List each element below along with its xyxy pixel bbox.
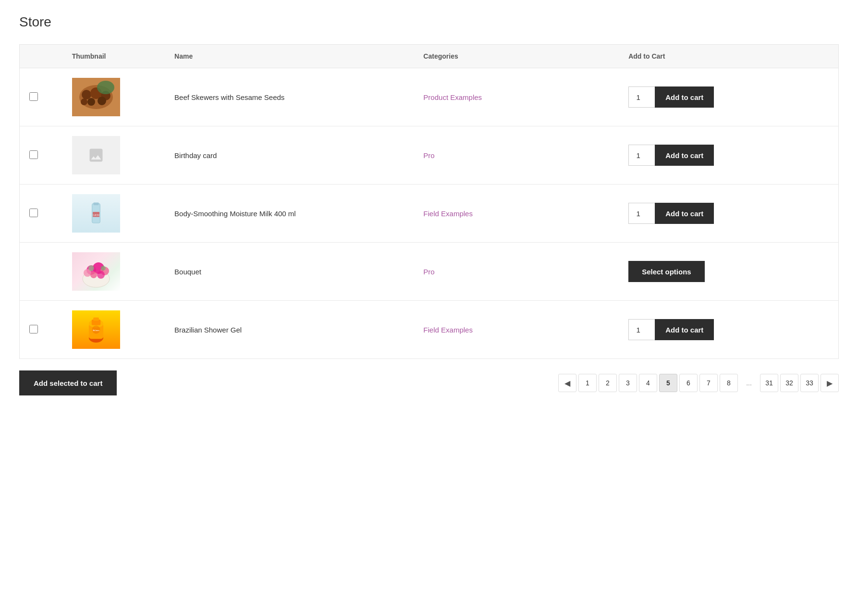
page-title: Store bbox=[19, 14, 839, 30]
add-to-cart-button[interactable]: Add to cart bbox=[655, 203, 714, 224]
pagination-page-4[interactable]: 4 bbox=[639, 374, 657, 392]
col-header-categories: Categories bbox=[414, 45, 619, 68]
product-category[interactable]: Product Examples bbox=[414, 68, 619, 126]
col-header-add-to-cart: Add to Cart bbox=[619, 45, 838, 68]
add-to-cart-cell: Add to cart bbox=[619, 126, 838, 185]
product-thumbnail: CLARINS bbox=[72, 194, 120, 233]
pagination-ellipsis: ... bbox=[740, 374, 758, 392]
product-thumbnail bbox=[72, 78, 120, 116]
bottom-bar: Add selected to cart ◀12345678...313233▶ bbox=[19, 359, 839, 403]
add-to-cart-cell: Select options bbox=[619, 243, 838, 301]
add-to-cart-group: Add to cart bbox=[628, 203, 829, 224]
store-table: Thumbnail Name Categories Add to Cart Be… bbox=[19, 44, 839, 359]
pagination-page-32[interactable]: 32 bbox=[780, 374, 798, 392]
select-options-button[interactable]: Select options bbox=[628, 261, 705, 282]
add-to-cart-cell: Add to cart bbox=[619, 185, 838, 243]
svg-point-7 bbox=[81, 99, 87, 105]
thumbnail-cell bbox=[62, 68, 165, 126]
svg-text:CLARINS: CLARINS bbox=[92, 214, 100, 216]
row-checkbox[interactable] bbox=[29, 150, 38, 159]
col-header-name: Name bbox=[165, 45, 414, 68]
thumbnail-cell bbox=[62, 126, 165, 185]
pagination-page-33[interactable]: 33 bbox=[800, 374, 819, 392]
svg-text:St.Ives: St.Ives bbox=[93, 329, 99, 332]
pagination-page-3[interactable]: 3 bbox=[619, 374, 637, 392]
thumbnail-cell: St.Ives bbox=[62, 301, 165, 359]
product-name: Body-Smoothing Moisture Milk 400 ml bbox=[165, 185, 414, 243]
quantity-input[interactable] bbox=[628, 319, 655, 340]
product-name: Birthday card bbox=[165, 126, 414, 185]
svg-rect-10 bbox=[93, 202, 98, 205]
add-selected-to-cart-button[interactable]: Add selected to cart bbox=[19, 370, 117, 395]
add-to-cart-button[interactable]: Add to cart bbox=[655, 86, 714, 108]
table-row: Beef Skewers with Sesame SeedsProduct Ex… bbox=[20, 68, 839, 126]
category-link[interactable]: Pro bbox=[423, 151, 434, 160]
add-to-cart-button[interactable]: Add to cart bbox=[655, 319, 714, 340]
pagination: ◀12345678...313233▶ bbox=[558, 374, 839, 392]
quantity-input[interactable] bbox=[628, 86, 655, 108]
add-to-cart-button[interactable]: Add to cart bbox=[655, 145, 714, 166]
pagination-page-2[interactable]: 2 bbox=[599, 374, 617, 392]
svg-point-18 bbox=[97, 271, 105, 279]
thumbnail-cell bbox=[62, 243, 165, 301]
product-name: Brazilian Shower Gel bbox=[165, 301, 414, 359]
table-row: St.Ives Brazilian Shower GelField Exampl… bbox=[20, 301, 839, 359]
category-link[interactable]: Product Examples bbox=[423, 93, 482, 101]
add-to-cart-cell: Add to cart bbox=[619, 68, 838, 126]
row-checkbox[interactable] bbox=[29, 325, 38, 333]
product-thumbnail bbox=[72, 252, 120, 291]
add-to-cart-group: Add to cart bbox=[628, 86, 829, 108]
svg-point-8 bbox=[97, 81, 114, 94]
product-category[interactable]: Field Examples bbox=[414, 185, 619, 243]
pagination-page-1[interactable]: 1 bbox=[578, 374, 597, 392]
pagination-prev[interactable]: ◀ bbox=[558, 374, 576, 392]
svg-point-21 bbox=[101, 266, 106, 271]
svg-point-6 bbox=[98, 97, 106, 105]
quantity-input[interactable] bbox=[628, 203, 655, 224]
row-checkbox[interactable] bbox=[29, 92, 38, 101]
add-to-cart-cell: Add to cart bbox=[619, 301, 838, 359]
product-name: Beef Skewers with Sesame Seeds bbox=[165, 68, 414, 126]
table-row: BouquetProSelect options bbox=[20, 243, 839, 301]
add-to-cart-group: Add to cart bbox=[628, 145, 829, 166]
svg-point-5 bbox=[87, 98, 95, 106]
product-category[interactable]: Pro bbox=[414, 243, 619, 301]
category-link[interactable]: Pro bbox=[423, 268, 434, 276]
product-category[interactable]: Pro bbox=[414, 126, 619, 185]
pagination-next[interactable]: ▶ bbox=[821, 374, 839, 392]
thumbnail-cell: CLARINS bbox=[62, 185, 165, 243]
svg-point-19 bbox=[90, 271, 97, 278]
svg-point-2 bbox=[82, 90, 91, 99]
pagination-page-6[interactable]: 6 bbox=[679, 374, 698, 392]
product-name: Bouquet bbox=[165, 243, 414, 301]
add-to-cart-group: Add to cart bbox=[628, 319, 829, 340]
pagination-page-5[interactable]: 5 bbox=[659, 374, 677, 392]
table-row: Birthday cardProAdd to cart bbox=[20, 126, 839, 185]
category-link[interactable]: Field Examples bbox=[423, 326, 473, 334]
product-thumbnail: St.Ives bbox=[72, 310, 120, 349]
pagination-page-8[interactable]: 8 bbox=[720, 374, 738, 392]
col-header-check bbox=[20, 45, 62, 68]
row-checkbox[interactable] bbox=[29, 209, 38, 217]
category-link[interactable]: Field Examples bbox=[423, 209, 473, 218]
svg-rect-26 bbox=[93, 318, 99, 321]
svg-point-20 bbox=[88, 265, 94, 271]
pagination-page-31[interactable]: 31 bbox=[760, 374, 778, 392]
pagination-page-7[interactable]: 7 bbox=[699, 374, 718, 392]
quantity-input[interactable] bbox=[628, 145, 655, 166]
product-thumbnail bbox=[72, 136, 120, 174]
col-header-thumbnail: Thumbnail bbox=[62, 45, 165, 68]
table-row: CLARINS Body-Smoothing Moisture Milk 400… bbox=[20, 185, 839, 243]
product-category[interactable]: Field Examples bbox=[414, 301, 619, 359]
